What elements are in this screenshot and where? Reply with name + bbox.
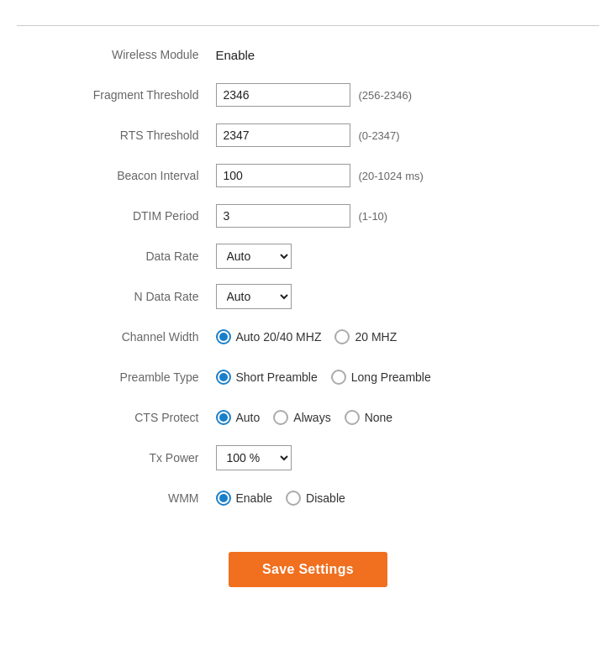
cts-protect-control: Auto Always None [216, 410, 586, 425]
rts-threshold-label: RTS Threshold [31, 129, 216, 142]
cts-auto-option[interactable]: Auto [216, 410, 261, 425]
channel-width-label: Channel Width [31, 330, 216, 344]
wmm-enable-option[interactable]: Enable [216, 491, 273, 506]
cts-auto-radio[interactable] [216, 410, 231, 425]
rts-threshold-row: RTS Threshold (0-2347) [31, 115, 586, 155]
preamble-type-label: Preamble Type [31, 370, 216, 384]
cts-always-label: Always [293, 411, 330, 424]
rts-threshold-input[interactable] [216, 123, 350, 147]
fragment-threshold-row: Fragment Threshold (256-2346) [31, 75, 586, 115]
data-rate-row: Data Rate Auto 1 2 5.5 11 6 9 12 18 24 3… [31, 236, 586, 276]
cts-protect-label: CTS Protect [31, 411, 216, 424]
n-data-rate-select[interactable]: Auto MCS0 MCS1 MCS2 MCS3 MCS4 MCS5 MCS6 … [216, 284, 292, 309]
wmm-radio-group: Enable Disable [216, 491, 345, 506]
preamble-short-option[interactable]: Short Preamble [216, 370, 318, 385]
wmm-enable-label: Enable [236, 491, 273, 505]
wireless-module-control: Enable [216, 48, 586, 62]
save-settings-button[interactable]: Save Settings [229, 552, 387, 587]
wmm-disable-option[interactable]: Disable [286, 491, 345, 506]
channel-width-row: Channel Width Auto 20/40 MHZ 20 MHZ [31, 317, 586, 357]
cts-protect-row: CTS Protect Auto Always None [31, 397, 586, 438]
save-button-row: Save Settings [31, 552, 586, 587]
wireless-module-row: Wireless Module Enable [31, 34, 586, 75]
beacon-interval-input[interactable] [216, 164, 350, 187]
dtim-period-label: DTIM Period [31, 209, 216, 223]
fragment-threshold-hint: (256-2346) [359, 89, 413, 102]
wireless-module-label: Wireless Module [31, 48, 216, 61]
channel-width-control: Auto 20/40 MHZ 20 MHZ [216, 329, 586, 344]
cts-protect-radio-group: Auto Always None [216, 410, 393, 425]
beacon-interval-control: (20-1024 ms) [216, 164, 586, 187]
cts-always-radio[interactable] [273, 410, 288, 425]
data-rate-label: Data Rate [31, 249, 216, 263]
preamble-long-option[interactable]: Long Preamble [331, 370, 431, 385]
tx-power-row: Tx Power 100 % 75 % 50 % 25 % [31, 438, 586, 478]
beacon-interval-hint: (20-1024 ms) [359, 170, 424, 182]
dtim-period-row: DTIM Period (1-10) [31, 196, 586, 236]
wmm-control: Enable Disable [216, 491, 586, 506]
settings-form: Wireless Module Enable Fragment Threshol… [31, 34, 586, 587]
tx-power-control: 100 % 75 % 50 % 25 % [216, 445, 586, 470]
rts-threshold-hint: (0-2347) [359, 129, 400, 142]
channel-width-auto-label: Auto 20/40 MHZ [236, 330, 322, 344]
cts-none-label: None [365, 411, 392, 424]
wmm-enable-radio[interactable] [216, 491, 231, 506]
cts-none-option[interactable]: None [345, 410, 392, 425]
wmm-row: WMM Enable Disable [31, 478, 586, 518]
preamble-short-radio[interactable] [216, 370, 231, 385]
cts-none-radio[interactable] [345, 410, 360, 425]
dtim-period-hint: (1-10) [359, 210, 388, 223]
wireless-module-value: Enable [216, 48, 255, 62]
cts-auto-label: Auto [236, 411, 261, 424]
fragment-threshold-control: (256-2346) [216, 83, 586, 107]
channel-width-20-label: 20 MHZ [355, 330, 397, 344]
channel-width-radio-group: Auto 20/40 MHZ 20 MHZ [216, 329, 398, 344]
fragment-threshold-input[interactable] [216, 83, 350, 107]
n-data-rate-label: N Data Rate [31, 290, 216, 303]
channel-width-20-radio[interactable] [334, 329, 350, 344]
preamble-type-row: Preamble Type Short Preamble Long Preamb… [31, 357, 586, 397]
top-divider [17, 25, 599, 26]
tx-power-label: Tx Power [31, 451, 216, 465]
wmm-disable-label: Disable [306, 491, 345, 505]
wmm-disable-radio[interactable] [286, 491, 301, 506]
tx-power-select[interactable]: 100 % 75 % 50 % 25 % [216, 445, 292, 470]
preamble-type-radio-group: Short Preamble Long Preamble [216, 370, 431, 385]
cts-always-option[interactable]: Always [273, 410, 330, 425]
preamble-long-radio[interactable] [331, 370, 346, 385]
n-data-rate-control: Auto MCS0 MCS1 MCS2 MCS3 MCS4 MCS5 MCS6 … [216, 284, 586, 309]
n-data-rate-row: N Data Rate Auto MCS0 MCS1 MCS2 MCS3 MCS… [31, 276, 586, 317]
channel-width-20-option[interactable]: 20 MHZ [334, 329, 397, 344]
rts-threshold-control: (0-2347) [216, 123, 586, 147]
channel-width-auto-option[interactable]: Auto 20/40 MHZ [216, 329, 322, 344]
preamble-type-control: Short Preamble Long Preamble [216, 370, 586, 385]
beacon-interval-row: Beacon Interval (20-1024 ms) [31, 155, 586, 196]
beacon-interval-label: Beacon Interval [31, 169, 216, 182]
page-container: Wireless Module Enable Fragment Threshol… [0, 0, 616, 672]
fragment-threshold-label: Fragment Threshold [31, 88, 216, 102]
data-rate-control: Auto 1 2 5.5 11 6 9 12 18 24 36 48 54 [216, 244, 586, 269]
data-rate-select[interactable]: Auto 1 2 5.5 11 6 9 12 18 24 36 48 54 [216, 244, 292, 269]
preamble-short-label: Short Preamble [236, 370, 318, 384]
channel-width-auto-radio[interactable] [216, 329, 231, 344]
dtim-period-input[interactable] [216, 204, 350, 228]
dtim-period-control: (1-10) [216, 204, 586, 228]
preamble-long-label: Long Preamble [351, 370, 431, 384]
wmm-label: WMM [31, 491, 216, 505]
